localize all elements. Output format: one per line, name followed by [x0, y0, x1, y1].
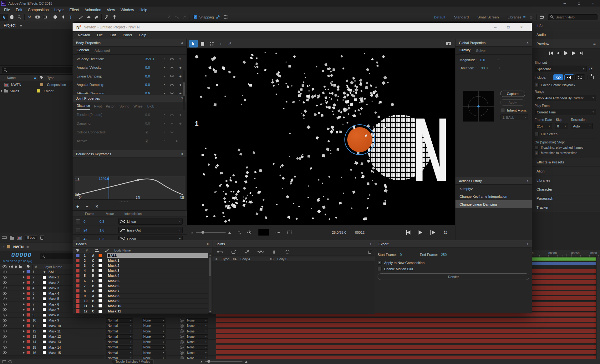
body-name[interactable]: Mask 3 — [107, 268, 208, 273]
workspace-menu-icon[interactable]: ≡ — [523, 15, 526, 19]
body-fill-swatch[interactable] — [98, 294, 102, 298]
body-fill-swatch[interactable] — [98, 304, 102, 308]
parent-select[interactable]: None▾ — [186, 351, 208, 355]
col-nb[interactable]: #B — [270, 257, 273, 261]
actions-history-header[interactable]: Actions History x — [455, 177, 532, 185]
history-item[interactable]: Change Linear Damping — [455, 200, 532, 208]
layer-name[interactable]: Mask 15 — [47, 351, 61, 355]
distance-joint-icon[interactable] — [216, 249, 224, 255]
layer-row[interactable]: 17 ★ Mask 16 — [0, 356, 104, 356]
range-select[interactable]: Work Area Extended By Current...▾ — [535, 95, 596, 101]
newton-launch-tool[interactable]: ↗ — [226, 40, 234, 47]
body-fill-swatch[interactable] — [98, 279, 102, 283]
tab-advanced[interactable]: Advanced — [94, 49, 110, 54]
body-name[interactable]: Mask 5 — [107, 278, 208, 283]
expand-arrow-icon[interactable] — [23, 341, 25, 343]
newton-menu-item[interactable]: Panel — [119, 33, 135, 37]
layer-name[interactable]: Mask 13 — [47, 340, 61, 344]
keyframe-checkbox[interactable] — [76, 219, 80, 223]
panel-menu-icon[interactable]: ≡ — [26, 245, 29, 249]
newton-maximize-button[interactable]: □ — [502, 23, 515, 31]
body-label-swatch[interactable] — [76, 299, 79, 303]
blend-mode-select[interactable]: Normal▾ — [106, 329, 133, 333]
layer-name[interactable]: Mask 8 — [47, 313, 59, 317]
body-fill-swatch[interactable] — [98, 259, 102, 262]
body-name[interactable]: BALL — [107, 253, 208, 258]
joint-tab[interactable]: Wheel — [134, 104, 143, 110]
expand-arrow-icon[interactable] — [23, 336, 25, 337]
pickwhip-icon[interactable]: @ — [180, 335, 184, 338]
body-fill-swatch[interactable] — [98, 309, 102, 313]
wheel-joint-icon[interactable] — [270, 249, 278, 255]
track-matte-select[interactable]: None▾ — [142, 340, 165, 344]
collapsed-panel-header[interactable]: Align — [532, 167, 600, 176]
remove-keyframe-button[interactable]: − — [86, 204, 88, 209]
zoom-tool[interactable] — [16, 14, 23, 21]
close-panel-icon[interactable]: x — [526, 41, 528, 44]
collapsed-panel-header[interactable]: Libraries — [532, 176, 600, 185]
close-panel-icon[interactable]: x — [369, 242, 371, 246]
close-panel-icon[interactable]: x — [181, 41, 183, 44]
background-color-swatch[interactable] — [258, 229, 269, 236]
body-row[interactable]: 11 C Mask 10 — [73, 304, 208, 309]
property-value[interactable]: 0.0 — [145, 74, 164, 78]
current-timecode[interactable]: 00000 — [11, 252, 32, 259]
start-frame-value[interactable]: 0 — [400, 253, 402, 257]
expand-arrow-icon[interactable] — [23, 287, 25, 289]
layer-color-swatch[interactable] — [27, 330, 30, 333]
close-panel-icon[interactable]: x — [526, 179, 528, 182]
project-item-nwtn[interactable]: NWTN Composition — [0, 82, 74, 88]
menu-item[interactable]: Composition — [25, 8, 52, 12]
layer-color-swatch[interactable] — [27, 313, 30, 317]
col-type[interactable]: Type — [47, 76, 54, 80]
resolution-select[interactable]: Auto▾ — [571, 123, 593, 129]
workspace-overflow[interactable]: » — [527, 15, 536, 20]
include-overlays-button[interactable] — [575, 74, 585, 80]
body-row[interactable]: 1 A BALL — [73, 253, 208, 258]
body-label-swatch[interactable] — [76, 309, 79, 313]
layer-duration-bar[interactable] — [216, 318, 596, 322]
parent-select[interactable]: None▾ — [186, 345, 208, 350]
layer-row[interactable]: 10 ★ Mask 9 — [0, 318, 104, 323]
history-item[interactable]: Change Keyframe Interpolation — [455, 192, 532, 200]
newton-gravity-tool[interactable]: ↓ — [216, 40, 225, 47]
graph-scrollbar[interactable] — [597, 257, 600, 364]
delete-joint-icon[interactable] — [368, 251, 371, 254]
project-search-input[interactable] — [2, 67, 72, 73]
body-fill-swatch[interactable] — [98, 284, 102, 288]
expression-dot-icon[interactable]: • — [164, 83, 165, 86]
layer-name[interactable]: Mask 11 — [47, 329, 61, 333]
body-label-swatch[interactable] — [76, 279, 79, 282]
body-fill-swatch[interactable] — [98, 274, 102, 277]
blend-mode-select[interactable]: Normal▾ — [106, 334, 133, 339]
body-label-swatch[interactable] — [76, 264, 79, 267]
marquee-icon[interactable] — [287, 231, 292, 234]
body-label-swatch[interactable] — [76, 259, 79, 262]
body-group[interactable]: C — [92, 304, 98, 308]
previous-frame-button[interactable] — [557, 52, 561, 55]
body-group[interactable]: B — [92, 299, 98, 303]
eye-icon[interactable] — [3, 308, 7, 311]
history-item[interactable]: <empty> — [455, 185, 532, 192]
expand-arrow-icon[interactable] — [23, 309, 25, 311]
layer-name[interactable]: Mask 7 — [47, 308, 59, 312]
layer-color-swatch[interactable] — [27, 351, 30, 354]
keyframe-frame[interactable]: 24 — [80, 228, 99, 232]
next-frame-button[interactable] — [572, 52, 576, 55]
randomize-icon[interactable] — [170, 57, 174, 60]
layer-row[interactable]: 16 ★ Mask 15 — [0, 350, 104, 356]
selection-tool[interactable] — [0, 14, 8, 21]
preview-panel-header[interactable]: Preview ≡ — [532, 39, 600, 48]
ball-body[interactable] — [347, 127, 372, 152]
eye-icon[interactable] — [3, 346, 7, 349]
layer-color-swatch[interactable] — [27, 270, 30, 273]
trash-icon[interactable] — [40, 237, 43, 240]
end-frame-value[interactable]: 250 — [441, 253, 447, 257]
pickwhip-icon[interactable]: @ — [180, 351, 184, 355]
pan-behind-tool[interactable] — [41, 14, 49, 21]
eye-icon[interactable] — [3, 282, 7, 284]
blend-mode-select[interactable]: Normal▾ — [106, 340, 133, 344]
layer-color-swatch[interactable] — [27, 319, 30, 322]
fill-column-icon[interactable] — [105, 248, 109, 252]
pen-tool[interactable] — [59, 14, 67, 21]
